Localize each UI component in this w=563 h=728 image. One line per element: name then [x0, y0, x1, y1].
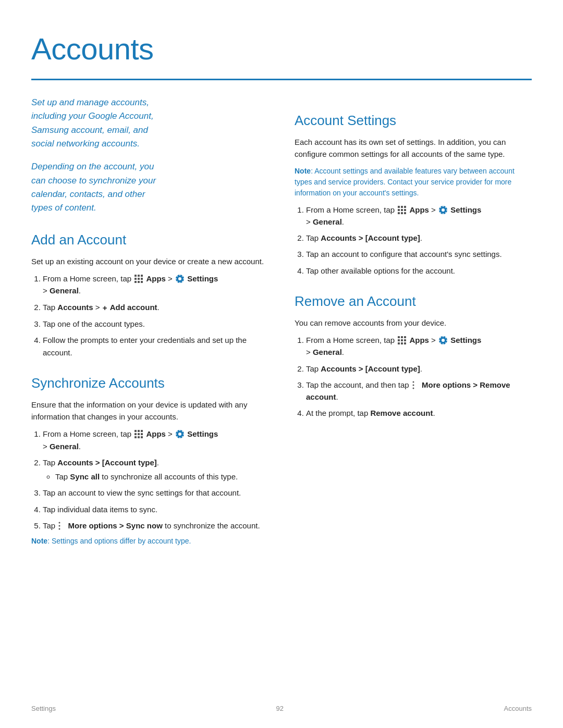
svg-rect-26 [401, 206, 403, 208]
intro-paragraph-2: Depending on the account, you can choose… [31, 160, 268, 215]
svg-rect-7 [138, 281, 140, 283]
svg-rect-17 [134, 436, 137, 438]
svg-rect-43 [401, 342, 403, 344]
svg-rect-42 [398, 342, 400, 344]
list-item: Tap Accounts > [Account type]. [306, 363, 532, 375]
apps-icon-4 [397, 336, 407, 345]
svg-rect-12 [138, 430, 140, 432]
list-item: Tap Accounts > [Account type]. Tap Sync … [43, 456, 268, 483]
account-settings-intro: Each account has its own set of settings… [295, 136, 532, 161]
list-item: From a Home screen, tap Apps > Settings>… [43, 428, 268, 452]
list-item: From a Home screen, tap Apps > Settings>… [43, 273, 268, 297]
right-column: Account Settings Each account has its ow… [295, 96, 532, 552]
account-settings-title: Account Settings [295, 110, 532, 131]
account-settings-steps: From a Home screen, tap Apps > Settings>… [306, 204, 532, 277]
svg-point-46 [442, 339, 445, 342]
svg-point-48 [412, 384, 414, 386]
remove-account-steps: From a Home screen, tap Apps > Settings>… [306, 334, 532, 419]
svg-rect-32 [401, 212, 403, 214]
list-item: Tap individual data items to sync. [43, 503, 268, 515]
list-item: Tap Accounts > + Add account. [43, 301, 268, 314]
sync-note: Note: Settings and options differ by acc… [31, 536, 268, 547]
svg-point-22 [59, 522, 60, 523]
more-options-icon [58, 521, 65, 530]
settings-icon-2 [175, 429, 185, 439]
svg-rect-29 [401, 209, 403, 211]
svg-rect-2 [141, 275, 143, 277]
svg-rect-13 [141, 430, 143, 432]
svg-rect-0 [134, 275, 137, 277]
settings-icon-4 [438, 336, 448, 345]
more-options-icon-2 [412, 380, 419, 390]
svg-rect-15 [138, 433, 140, 435]
page: Accounts Set up and manage accounts, inc… [0, 0, 563, 728]
apps-icon-3 [397, 205, 407, 215]
svg-rect-31 [398, 212, 400, 214]
svg-rect-27 [404, 206, 406, 208]
sync-accounts-steps: From a Home screen, tap Apps > Settings>… [43, 428, 268, 532]
svg-rect-16 [141, 433, 143, 435]
left-column: Set up and manage accounts, including yo… [31, 96, 268, 552]
svg-rect-5 [141, 278, 143, 280]
title-divider [31, 79, 532, 80]
account-settings-note: Note: Account settings and available fea… [295, 166, 532, 199]
settings-icon [175, 274, 185, 283]
footer-right: Accounts [504, 704, 532, 714]
list-item: Tap an account to configure that account… [306, 248, 532, 260]
settings-icon-3 [438, 205, 448, 215]
svg-rect-19 [141, 436, 143, 438]
add-account-steps: From a Home screen, tap Apps > Settings>… [43, 273, 268, 359]
svg-rect-28 [398, 209, 400, 211]
list-item: Tap Sync all to synchronize all accounts… [55, 471, 268, 483]
svg-point-47 [412, 381, 414, 382]
svg-point-35 [442, 208, 445, 212]
footer-left: Settings [31, 704, 56, 714]
svg-rect-41 [404, 339, 406, 341]
remove-account-intro: You can remove accounts from your device… [295, 317, 532, 329]
list-item: Tap Accounts > [Account type]. [306, 232, 532, 244]
svg-rect-37 [401, 336, 403, 338]
list-item: From a Home screen, tap Apps > Settings>… [306, 204, 532, 228]
list-item: From a Home screen, tap Apps > Settings>… [306, 334, 532, 359]
list-item: Tap one of the account types. [43, 318, 268, 330]
plus-icon: + [103, 302, 107, 314]
remove-account-title: Remove an Account [295, 291, 532, 312]
list-item: At the prompt, tap Remove account. [306, 407, 532, 419]
svg-rect-3 [134, 278, 137, 280]
svg-rect-40 [401, 339, 403, 341]
svg-rect-18 [138, 436, 140, 438]
svg-rect-6 [134, 281, 137, 283]
add-account-title: Add an Account [31, 230, 268, 250]
footer-center: 92 [276, 704, 284, 714]
svg-rect-14 [134, 433, 137, 435]
svg-rect-38 [404, 336, 406, 338]
svg-rect-36 [398, 336, 400, 338]
two-column-layout: Set up and manage accounts, including yo… [31, 96, 532, 552]
sync-sub-list: Tap Sync all to synchronize all accounts… [55, 471, 268, 483]
sync-accounts-intro: Ensure that the information on your devi… [31, 399, 268, 423]
svg-point-24 [59, 528, 60, 529]
list-item: Tap other available options for the acco… [306, 265, 532, 277]
apps-icon-2 [134, 429, 143, 439]
list-item: Tap More options > Sync now to synchroni… [43, 520, 268, 532]
svg-point-21 [178, 433, 181, 436]
svg-rect-8 [141, 281, 143, 283]
apps-icon [134, 274, 143, 283]
svg-rect-33 [404, 212, 406, 214]
footer: Settings 92 Accounts [0, 704, 563, 714]
intro-paragraph-1: Set up and manage accounts, including yo… [31, 96, 268, 151]
svg-point-49 [412, 387, 414, 389]
list-item: Tap an account to view the sync settings… [43, 487, 268, 499]
sync-accounts-title: Synchronize Accounts [31, 373, 268, 393]
add-account-intro: Set up an existing account on your devic… [31, 255, 268, 267]
svg-rect-25 [398, 206, 400, 208]
list-item: Tap the account, and then tap More optio… [306, 379, 532, 403]
svg-point-23 [59, 525, 60, 526]
svg-rect-30 [404, 209, 406, 211]
svg-rect-11 [134, 430, 137, 432]
svg-point-10 [178, 277, 181, 280]
svg-rect-44 [404, 342, 406, 344]
list-item: Follow the prompts to enter your credent… [43, 334, 268, 359]
svg-rect-1 [138, 275, 140, 277]
svg-rect-39 [398, 339, 400, 341]
